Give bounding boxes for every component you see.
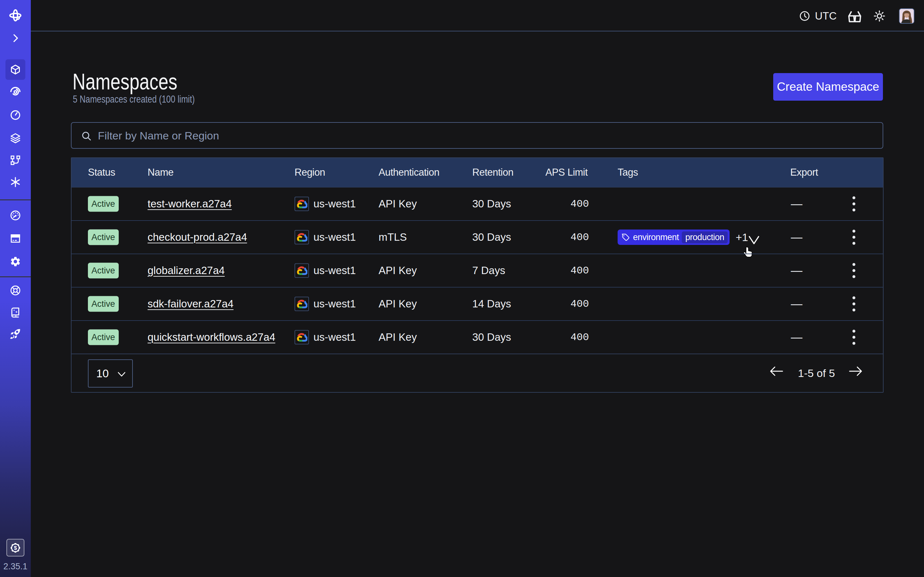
svg-text:$: $ (14, 545, 17, 551)
